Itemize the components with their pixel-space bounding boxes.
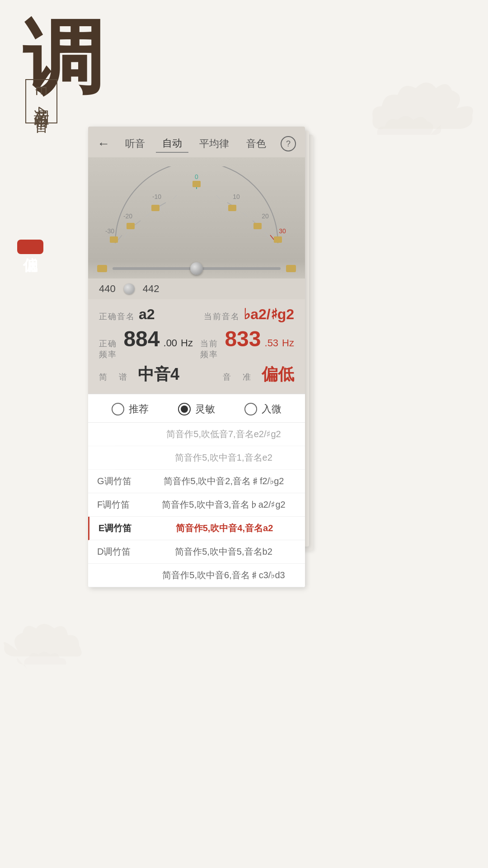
- pitch-status-badge: 偏低: [17, 240, 43, 254]
- tuner-meter-area: -30 -20 -10 0 10: [88, 157, 305, 261]
- correct-note-value: a2: [139, 306, 155, 323]
- svg-text:10: 10: [233, 193, 240, 200]
- radio-label-lingmin: 灵敏: [195, 402, 215, 416]
- svg-rect-21: [127, 223, 135, 229]
- nav-item-pingjunlv[interactable]: 平均律: [193, 135, 235, 152]
- freq-dot: [124, 283, 135, 294]
- table-cell-name: D调竹笛: [97, 546, 151, 558]
- table-cell-name: F调竹笛: [97, 499, 151, 511]
- vertical-instrument-label: E调竹笛中音4: [25, 79, 57, 123]
- note-names-row: 正确音名 a2 当前音名 ♭a2/♯g2: [99, 306, 294, 323]
- freq-values-row: 正确频率 884 .00 Hz 当前频率 833 .53 Hz: [99, 326, 294, 360]
- table-row[interactable]: 简音作5,吹中音6,音名♯c3/♭d3: [88, 564, 305, 587]
- table-cell-desc: 简音作5,吹中音6,音名♯c3/♭d3: [151, 569, 296, 581]
- table-cell-name: G调竹笛: [97, 475, 151, 487]
- yinzhun-value: 偏低: [262, 363, 294, 386]
- radio-circle-tuijian: [112, 403, 124, 415]
- nav-item-yinse[interactable]: 音色: [240, 135, 272, 152]
- radio-ruwei[interactable]: 入微: [244, 402, 282, 416]
- instrument-table: 简音作5,吹低音7,音名e2/♯g2 简音作5,吹中音1,音名e2 G调竹笛 简…: [88, 422, 305, 587]
- svg-rect-20: [110, 236, 118, 243]
- correct-freq-decimal: .00: [164, 337, 178, 349]
- correct-freq-main: 884: [123, 326, 160, 351]
- table-row-active[interactable]: E调竹笛 简音作5,吹中音4,音名a2: [88, 517, 305, 540]
- table-row[interactable]: F调竹笛 简音作5,吹中音3,音名♭a2/♯g2: [88, 493, 305, 517]
- help-button[interactable]: ?: [281, 136, 296, 151]
- svg-rect-25: [253, 223, 262, 229]
- svg-text:-20: -20: [123, 212, 132, 220]
- svg-line-19: [265, 232, 269, 238]
- table-cell-desc: 简音作5,吹中音1,音名e2: [151, 452, 296, 464]
- slider-thumb: [190, 262, 203, 275]
- frequency-reference-row: 440 442: [88, 278, 305, 299]
- tuner-info-section: 正确音名 a2 当前音名 ♭a2/♯g2 正确频率 884 .00 Hz 当前频…: [88, 299, 305, 394]
- table-cell-desc: 简音作5,吹中音3,音名♭a2/♯g2: [151, 499, 296, 511]
- radio-tuijian[interactable]: 推荐: [112, 402, 149, 416]
- svg-rect-26: [274, 236, 282, 243]
- current-freq-unit: Hz: [282, 337, 294, 349]
- nav-item-tingyin[interactable]: 听音: [119, 135, 151, 152]
- correct-freq-unit: Hz: [181, 337, 193, 349]
- svg-line-14: [124, 232, 128, 238]
- slider-right-end: [286, 265, 296, 272]
- back-button[interactable]: ←: [97, 137, 110, 151]
- table-row[interactable]: 简音作5,吹中音1,音名e2: [88, 446, 305, 470]
- radio-label-tuijian: 推荐: [129, 402, 149, 416]
- svg-line-4: [160, 203, 166, 206]
- svg-line-17: [216, 195, 220, 199]
- jianpu-row: 简 谱 中音4 音 准 偏低: [99, 363, 294, 386]
- svg-rect-22: [151, 205, 160, 211]
- correct-note-label: 正确音名: [99, 311, 135, 322]
- svg-line-18: [243, 212, 247, 217]
- current-freq-main: 833: [225, 326, 261, 351]
- freq-right-value: 442: [143, 283, 160, 295]
- svg-text:-10: -10: [152, 193, 161, 200]
- cloud-decoration-top: [348, 81, 474, 172]
- table-cell-desc: 简音作5,吹中音2,音名♯f2/♭g2: [151, 475, 296, 487]
- svg-line-15: [146, 212, 150, 217]
- tuning-slider[interactable]: [113, 267, 281, 270]
- current-freq-label: 当前频率: [200, 338, 221, 360]
- nav-item-zidong[interactable]: 自动: [156, 135, 188, 153]
- tuning-slider-area: [88, 261, 305, 278]
- svg-rect-24: [228, 205, 236, 211]
- svg-text:30: 30: [279, 227, 286, 235]
- table-row[interactable]: G调竹笛 简音作5,吹中音2,音名♯f2/♭g2: [88, 470, 305, 493]
- svg-text:-30: -30: [105, 227, 114, 235]
- current-freq-decimal: .53: [265, 337, 279, 349]
- card-stack: ← 听音 自动 平均律 音色 ? -30: [88, 127, 310, 587]
- radio-label-ruwei: 入微: [262, 402, 282, 416]
- freq-left-value: 440: [99, 283, 116, 295]
- sensitivity-radio-section: 推荐 灵敏 入微: [88, 394, 305, 422]
- radio-circle-lingmin: [178, 403, 191, 415]
- table-row[interactable]: 简音作5,吹低音7,音名e2/♯g2: [88, 423, 305, 446]
- jianpu-value: 中音4: [138, 363, 179, 386]
- nav-bar: ← 听音 自动 平均律 音色 ?: [88, 127, 305, 157]
- jianpu-label: 简 谱: [99, 372, 129, 382]
- svg-text:0: 0: [195, 173, 198, 180]
- current-note-value: ♭a2/♯g2: [244, 306, 294, 323]
- table-cell-desc: 简音作5,吹中音5,音名b2: [151, 546, 296, 558]
- correct-freq-label: 正确频率: [99, 338, 120, 360]
- current-note-label: 当前音名: [204, 311, 240, 322]
- yinzhun-label: 音 准: [223, 372, 253, 382]
- meter-display: -30 -20 -10 0 10: [97, 166, 296, 252]
- svg-rect-23: [192, 181, 201, 187]
- svg-line-16: [173, 195, 177, 199]
- table-cell-name-active: E调竹笛: [99, 522, 153, 534]
- radio-lingmin[interactable]: 灵敏: [178, 402, 215, 416]
- tuner-gauge-svg: -30 -20 -10 0 10: [97, 166, 296, 252]
- cloud-decoration-bottom: [0, 615, 99, 696]
- main-card: ← 听音 自动 平均律 音色 ? -30: [88, 127, 305, 587]
- table-cell-desc: 简音作5,吹低音7,音名e2/♯g2: [151, 428, 296, 440]
- table-row[interactable]: D调竹笛 简音作5,吹中音5,音名b2: [88, 540, 305, 564]
- radio-circle-ruwei: [244, 403, 257, 415]
- table-cell-desc-active: 简音作5,吹中音4,音名a2: [153, 522, 296, 534]
- svg-text:20: 20: [262, 212, 269, 220]
- slider-left-end: [97, 265, 107, 272]
